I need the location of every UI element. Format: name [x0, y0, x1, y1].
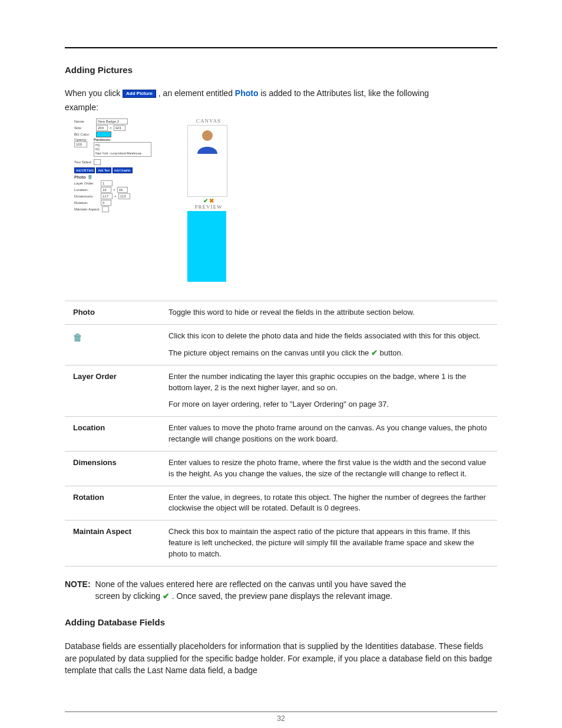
dimensions-label: Dimensions: — [74, 195, 99, 198]
maintain-aspect-checkbox[interactable] — [102, 206, 109, 212]
partitions-list[interactable]: HQ NC New York - Long Island Warehouse — [94, 142, 151, 157]
table-row-body: Enter the value, in degrees, to rotate t… — [160, 486, 497, 521]
photo-link[interactable]: Photo — [235, 88, 259, 98]
avatar-icon — [194, 128, 221, 154]
intro-paragraph: When you click Add Picture , an element … — [65, 88, 497, 100]
preview-title: PREVIEW — [187, 204, 230, 210]
canvas-title: CANVAS — [187, 118, 230, 124]
intro-text: , an element entitled — [158, 88, 233, 98]
page-number: 32 — [277, 714, 285, 723]
canvas-preview-column: CANVAS ✔ ✖ PREVIEW — [187, 118, 230, 282]
partition-item[interactable]: New York - Long Island Warehouse — [95, 151, 150, 156]
location-y-input[interactable]: 16 — [117, 187, 128, 193]
dbfields-paragraph: Database fields are essentially placehol… — [65, 640, 497, 676]
table-row-body: Enter values to move the photo frame aro… — [160, 417, 497, 452]
attributes-panel: Name:New Badge 2 Size:204 × 323 BG Color… — [74, 118, 174, 213]
note-text: screen by clicking — [95, 591, 161, 601]
add-text-button[interactable]: Add Text — [96, 167, 111, 173]
section-heading-pictures: Adding Pictures — [65, 65, 497, 75]
bgcolor-label: BG Color: — [74, 133, 94, 136]
table-row-label: Maintain Aspect — [65, 521, 160, 566]
name-input[interactable]: New Badge 2 — [96, 118, 128, 124]
partitions-label: Partitions: — [94, 138, 151, 141]
location-x-input[interactable]: 16 — [101, 187, 111, 193]
twosided-checkbox[interactable] — [94, 159, 101, 165]
intro-text: When you click — [65, 88, 120, 98]
dim-height-input[interactable]: 113 — [118, 193, 130, 199]
location-label: Location: — [74, 188, 99, 192]
layerorder-input[interactable]: 1 — [101, 180, 113, 186]
trash-icon[interactable]: 🗑 — [73, 332, 82, 342]
dim-width-input[interactable]: 117 — [101, 193, 113, 199]
save-check-icon[interactable]: ✔ — [163, 591, 170, 601]
rotation-input[interactable]: 0 — [101, 200, 111, 206]
table-row-label: Rotation — [65, 486, 160, 521]
rotation-label: Rotation: — [74, 201, 99, 205]
layerorder-label: Layer Order: — [74, 182, 99, 185]
bgcolor-swatch[interactable] — [96, 131, 111, 137]
opacity-input[interactable]: 100 — [74, 141, 87, 147]
page-footer: 32 — [65, 711, 497, 723]
note-label: NOTE: — [65, 578, 91, 602]
cancel-x-icon[interactable]: ✖ — [209, 197, 214, 204]
table-row-body: Click this icon to delete the photo data… — [160, 325, 497, 365]
table-row-label: 🗑 — [65, 325, 160, 365]
table-row-body: Enter the number indicating the layer th… — [160, 365, 497, 417]
add-picture-button[interactable]: Add Picture — [123, 90, 156, 98]
size-label: Size: — [74, 126, 94, 130]
partition-item[interactable]: HQ — [95, 143, 150, 147]
intro-text: is added to the Attributes list, like th… — [260, 88, 429, 98]
add-db-field-button[interactable]: Add DB Field — [74, 167, 95, 173]
table-row-body: Check this box to maintain the aspect ra… — [160, 521, 497, 566]
section-heading-dbfields: Adding Database Fields — [65, 617, 497, 627]
size-width-input[interactable]: 204 — [96, 125, 108, 131]
maintain-aspect-label: Maintain Aspect: — [74, 207, 100, 211]
size-height-input[interactable]: 323 — [114, 125, 125, 131]
attributes-reference-table: PhotoToggle this word to hide or reveal … — [65, 301, 497, 566]
note-text: None of the values entered here are refl… — [95, 579, 406, 589]
canvas[interactable] — [187, 125, 227, 197]
intro-paragraph-2: example: — [65, 102, 497, 114]
table-row-label: Layer Order — [65, 365, 160, 417]
table-row-label: Photo — [65, 301, 160, 325]
add-graphic-button[interactable]: Add Graphic — [113, 167, 133, 173]
save-check-icon[interactable]: ✔ — [203, 197, 208, 204]
table-row-label: Dimensions — [65, 451, 160, 486]
badge-editor-screenshot: Name:New Badge 2 Size:204 × 323 BG Color… — [74, 118, 497, 282]
table-row-label: Location — [65, 417, 160, 452]
note-block: NOTE: None of the values entered here ar… — [65, 578, 497, 602]
partition-item[interactable]: NC — [95, 147, 150, 151]
name-label: Name: — [74, 120, 94, 123]
svg-point-0 — [202, 130, 213, 141]
note-text: . Once saved, the preview pane displays … — [172, 591, 392, 601]
twosided-label: Two Sided: — [74, 160, 92, 164]
photo-toggle[interactable]: Photo — [74, 175, 86, 179]
preview-pane — [187, 211, 226, 282]
save-check-icon[interactable]: ✔ — [371, 348, 378, 357]
table-row-body: Enter values to resize the photo frame, … — [160, 451, 497, 486]
table-row-body: Toggle this word to hide or reveal the f… — [160, 301, 497, 325]
trash-icon[interactable]: 🗑 — [88, 174, 92, 180]
